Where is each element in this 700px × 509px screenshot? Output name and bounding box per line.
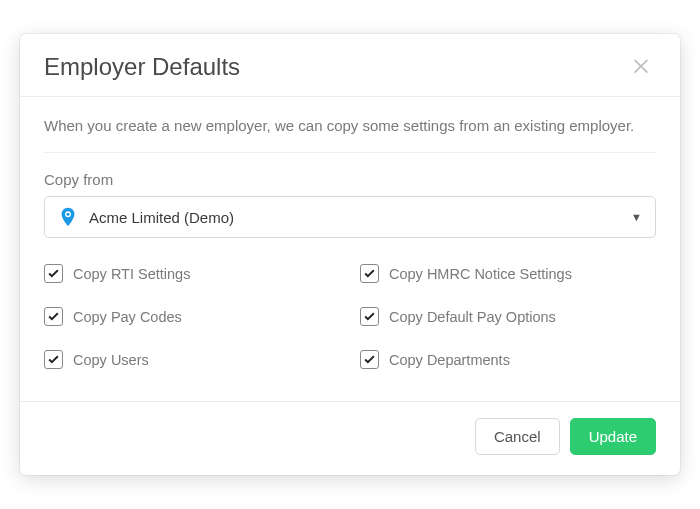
modal-footer: Cancel Update: [20, 401, 680, 475]
checkbox-label: Copy Departments: [389, 352, 510, 368]
checkbox-box: [360, 264, 379, 283]
employer-select[interactable]: Acme Limited (Demo) ▼: [44, 196, 656, 238]
checkbox-copy-payoptions[interactable]: Copy Default Pay Options: [360, 307, 656, 326]
update-button[interactable]: Update: [570, 418, 656, 455]
check-icon: [47, 310, 60, 323]
checkbox-label: Copy Default Pay Options: [389, 309, 556, 325]
modal-description: When you create a new employer, we can c…: [44, 117, 656, 134]
checkbox-label: Copy Users: [73, 352, 149, 368]
employer-select-value: Acme Limited (Demo): [89, 209, 234, 226]
checkbox-grid: Copy RTI Settings Copy HMRC Notice Setti…: [44, 264, 656, 369]
close-icon[interactable]: [626, 52, 656, 82]
pin-icon: [57, 206, 79, 228]
modal-title: Employer Defaults: [44, 53, 240, 81]
checkbox-label: Copy RTI Settings: [73, 266, 190, 282]
check-icon: [363, 353, 376, 366]
checkbox-copy-users[interactable]: Copy Users: [44, 350, 340, 369]
cancel-button[interactable]: Cancel: [475, 418, 560, 455]
check-icon: [363, 267, 376, 280]
check-icon: [47, 353, 60, 366]
svg-point-1: [66, 213, 69, 216]
modal-body: When you create a new employer, we can c…: [20, 97, 680, 401]
check-icon: [363, 310, 376, 323]
checkbox-copy-paycodes[interactable]: Copy Pay Codes: [44, 307, 340, 326]
checkbox-copy-rti[interactable]: Copy RTI Settings: [44, 264, 340, 283]
checkbox-box: [44, 264, 63, 283]
checkbox-label: Copy HMRC Notice Settings: [389, 266, 572, 282]
copy-from-label: Copy from: [44, 171, 656, 188]
check-icon: [47, 267, 60, 280]
employer-select-field[interactable]: Acme Limited (Demo): [44, 196, 656, 238]
divider: [44, 152, 656, 153]
checkbox-copy-departments[interactable]: Copy Departments: [360, 350, 656, 369]
checkbox-box: [44, 307, 63, 326]
checkbox-label: Copy Pay Codes: [73, 309, 182, 325]
modal-header: Employer Defaults: [20, 34, 680, 97]
employer-defaults-modal: Employer Defaults When you create a new …: [20, 34, 680, 475]
checkbox-box: [360, 307, 379, 326]
checkbox-copy-hmrc[interactable]: Copy HMRC Notice Settings: [360, 264, 656, 283]
checkbox-box: [44, 350, 63, 369]
checkbox-box: [360, 350, 379, 369]
